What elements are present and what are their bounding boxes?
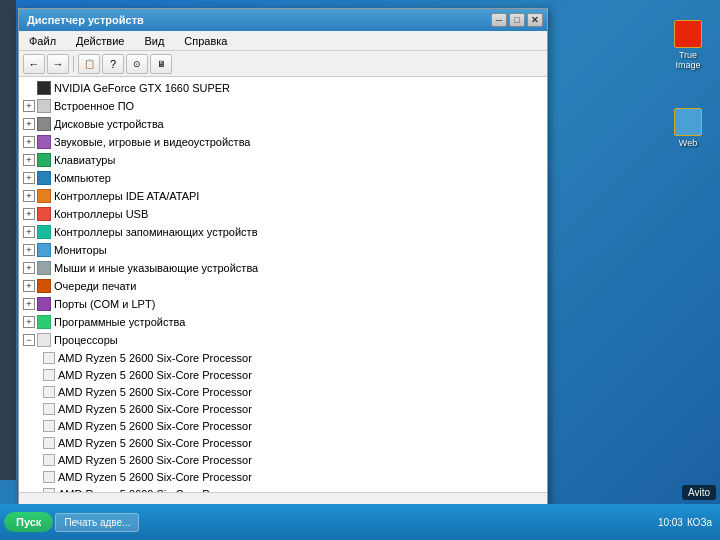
trueimage-label: TrueImage: [675, 50, 700, 70]
print-icon: [37, 279, 51, 293]
maximize-button[interactable]: □: [509, 13, 525, 27]
tree-item-ports[interactable]: + Порты (COM и LPT): [19, 295, 547, 313]
monitor-icon: [37, 243, 51, 257]
expand-print[interactable]: +: [23, 280, 35, 292]
expand-processors[interactable]: −: [23, 334, 35, 346]
proc-label-5: AMD Ryzen 5 2600 Six-Core Processor: [58, 437, 252, 449]
scan-button[interactable]: ⊙: [126, 54, 148, 74]
storage-label: Контроллеры запоминающих устройств: [54, 226, 257, 238]
audio-label: Звуковые, игровые и видеоустройства: [54, 136, 251, 148]
tree-item-disks[interactable]: + Дисковые устройства: [19, 115, 547, 133]
expand-ports[interactable]: +: [23, 298, 35, 310]
disk-icon: [37, 117, 51, 131]
proc-item-1[interactable]: AMD Ryzen 5 2600 Six-Core Processor: [19, 366, 547, 383]
desktop-icon-trueimage[interactable]: TrueImage: [664, 20, 712, 70]
close-button[interactable]: ✕: [527, 13, 543, 27]
gpu-icon: [37, 81, 51, 95]
expand-disks[interactable]: +: [23, 118, 35, 130]
proc-label-6: AMD Ryzen 5 2600 Six-Core Processor: [58, 454, 252, 466]
taskbar-tray: 10:03 КОЗа: [658, 517, 716, 528]
back-button[interactable]: ←: [23, 54, 45, 74]
keyboards-label: Клавиатуры: [54, 154, 115, 166]
cpu-box-icon-6: [43, 454, 55, 466]
expand-computer[interactable]: +: [23, 172, 35, 184]
menubar: Файл Действие Вид Справка: [19, 31, 547, 51]
tree-item-monitors[interactable]: + Мониторы: [19, 241, 547, 259]
tree-item-processors[interactable]: − Процессоры: [19, 331, 547, 349]
cpu-box-icon-0: [43, 352, 55, 364]
window-controls: ─ □ ✕: [491, 13, 543, 27]
cpu-box-icon-3: [43, 403, 55, 415]
tray-extra: КОЗа: [687, 517, 712, 528]
forward-button[interactable]: →: [47, 54, 69, 74]
desktop: Диспетчер устройств ─ □ ✕ Файл Действие …: [0, 0, 720, 540]
avito-badge: Avito: [682, 485, 716, 500]
proc-label-4: AMD Ryzen 5 2600 Six-Core Processor: [58, 420, 252, 432]
processor-icon: [37, 333, 51, 347]
start-button[interactable]: Пуск: [4, 512, 53, 532]
ide-icon: [37, 189, 51, 203]
tree-item-audio[interactable]: + Звуковые, игровые и видеоустройства: [19, 133, 547, 151]
proc-item-7[interactable]: AMD Ryzen 5 2600 Six-Core Processor: [19, 468, 547, 485]
software-label: Программные устройства: [54, 316, 185, 328]
tree-item-storage[interactable]: + Контроллеры запоминающих устройств: [19, 223, 547, 241]
device-manager-window: Диспетчер устройств ─ □ ✕ Файл Действие …: [18, 8, 548, 513]
tree-root-gpu[interactable]: NVIDIA GeForce GTX 1660 SUPER: [19, 79, 547, 97]
help-button[interactable]: ?: [102, 54, 124, 74]
tree-item-mice[interactable]: + Мыши и иные указывающие устройства: [19, 259, 547, 277]
expand-usb[interactable]: +: [23, 208, 35, 220]
disks-label: Дисковые устройства: [54, 118, 164, 130]
tree-item-software[interactable]: + Программные устройства: [19, 313, 547, 331]
menu-file[interactable]: Файл: [23, 33, 62, 49]
cpu-box-icon-4: [43, 420, 55, 432]
expand-storage[interactable]: +: [23, 226, 35, 238]
taskbar-item-print-label: Печать адве...: [64, 517, 130, 528]
proc-item-6[interactable]: AMD Ryzen 5 2600 Six-Core Processor: [19, 451, 547, 468]
ports-label: Порты (COM и LPT): [54, 298, 155, 310]
mice-label: Мыши и иные указывающие устройства: [54, 262, 258, 274]
proc-item-4[interactable]: AMD Ryzen 5 2600 Six-Core Processor: [19, 417, 547, 434]
expand-monitors[interactable]: +: [23, 244, 35, 256]
proc-item-3[interactable]: AMD Ryzen 5 2600 Six-Core Processor: [19, 400, 547, 417]
minimize-button[interactable]: ─: [491, 13, 507, 27]
proc-label-0: AMD Ryzen 5 2600 Six-Core Processor: [58, 352, 252, 364]
properties-button[interactable]: 📋: [78, 54, 100, 74]
window-titlebar: Диспетчер устройств ─ □ ✕: [19, 9, 547, 31]
expand-keyboards[interactable]: +: [23, 154, 35, 166]
proc-item-8[interactable]: AMD Ryzen 5 2600 Six-Core Processor: [19, 485, 547, 492]
mouse-icon: [37, 261, 51, 275]
tree-item-computer[interactable]: + Компьютер: [19, 169, 547, 187]
desktop-icon-web[interactable]: Web: [664, 108, 712, 148]
display-button[interactable]: 🖥: [150, 54, 172, 74]
expand-software[interactable]: +: [23, 316, 35, 328]
menu-action[interactable]: Действие: [70, 33, 130, 49]
proc-item-2[interactable]: AMD Ryzen 5 2600 Six-Core Processor: [19, 383, 547, 400]
tree-item-usb[interactable]: + Контроллеры USB: [19, 205, 547, 223]
tree-item-keyboards[interactable]: + Клавиатуры: [19, 151, 547, 169]
cpu-box-icon-7: [43, 471, 55, 483]
tree-item-ide[interactable]: + Контроллеры IDE ATA/ATAPI: [19, 187, 547, 205]
monitors-label: Мониторы: [54, 244, 107, 256]
expand-audio[interactable]: +: [23, 136, 35, 148]
web-icon: [674, 108, 702, 136]
usb-label: Контроллеры USB: [54, 208, 148, 220]
tree-item-firmware[interactable]: + Встроенное ПО: [19, 97, 547, 115]
cpu-box-icon-1: [43, 369, 55, 381]
taskbar-item-print[interactable]: Печать адве...: [55, 513, 139, 532]
expand-firmware[interactable]: +: [23, 100, 35, 112]
software-icon: [37, 315, 51, 329]
menu-help[interactable]: Справка: [178, 33, 233, 49]
tree-item-print[interactable]: + Очереди печати: [19, 277, 547, 295]
proc-label-7: AMD Ryzen 5 2600 Six-Core Processor: [58, 471, 252, 483]
desktop-icons-area: TrueImage Web: [664, 20, 712, 148]
cpu-box-icon-2: [43, 386, 55, 398]
keyboard-icon: [37, 153, 51, 167]
device-tree[interactable]: NVIDIA GeForce GTX 1660 SUPER + Встроенн…: [19, 77, 547, 492]
processors-label: Процессоры: [54, 334, 118, 346]
menu-view[interactable]: Вид: [138, 33, 170, 49]
expand-ide[interactable]: +: [23, 190, 35, 202]
expand-mice[interactable]: +: [23, 262, 35, 274]
proc-item-5[interactable]: AMD Ryzen 5 2600 Six-Core Processor: [19, 434, 547, 451]
storage-icon: [37, 225, 51, 239]
proc-item-0[interactable]: AMD Ryzen 5 2600 Six-Core Processor: [19, 349, 547, 366]
